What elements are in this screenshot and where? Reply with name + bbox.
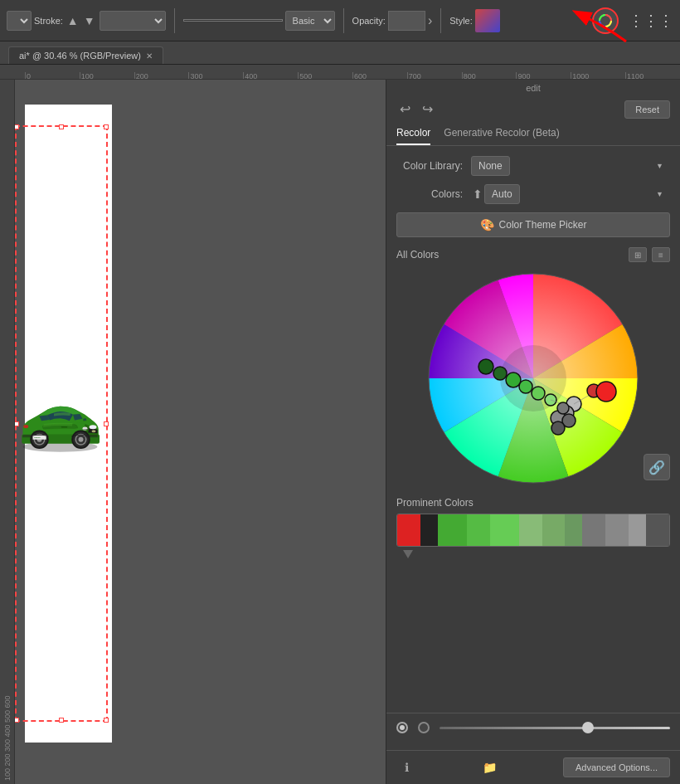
link-btn[interactable]: 🔗 (644, 454, 670, 480)
stroke-up[interactable]: ▲ (66, 14, 80, 27)
color-library-label: Color Library: (396, 160, 471, 172)
style-preview (475, 9, 500, 32)
right-panel: edit ↩ ↪ Reset Recolor Generative Recolo… (386, 80, 680, 784)
view-icons: ⊞ ≡ (629, 247, 670, 262)
panel-footer: ℹ 📁 Advanced Options... (386, 750, 680, 784)
svg-point-42 (596, 382, 616, 402)
svg-text:CHERY: CHERY (83, 427, 89, 429)
color-library-select[interactable]: None (471, 156, 510, 176)
stroke-select[interactable] (100, 11, 166, 31)
panel-edit-title: edit (386, 80, 680, 96)
svg-point-29 (506, 373, 521, 387)
opacity-input[interactable]: 100% (388, 11, 425, 31)
slider-row (396, 722, 670, 733)
folder-btn[interactable]: 📁 (479, 757, 499, 777)
link-icon-container: 🔗 (644, 454, 670, 480)
basic-select[interactable]: Basic (285, 11, 335, 31)
document-tab[interactable]: ai* @ 30.46 % (RGB/Preview) ✕ (8, 46, 163, 64)
panel-content: Color Library: None Colors: ⬆ Auto (386, 146, 680, 713)
vertical-ruler: 100 200 300 400 500 600 (0, 80, 15, 784)
tool-select[interactable] (7, 11, 32, 31)
color-wheel-section: 🔗 (396, 269, 670, 489)
radio-circle-1 (396, 722, 408, 733)
svg-point-37 (557, 402, 569, 414)
undo-btn[interactable]: ↩ (396, 100, 414, 119)
saturation-slider[interactable] (440, 727, 670, 729)
info-icon: ℹ (405, 761, 409, 774)
sep3 (440, 8, 441, 33)
ruler-600: 600 (352, 72, 407, 79)
color-theme-btn[interactable]: 🎨 Color Theme Picker (396, 212, 670, 237)
car-svg: CHERY TIGGO7 (17, 395, 104, 453)
ruler-700: 700 (407, 72, 462, 79)
svg-point-39 (551, 421, 565, 435)
dots-btn[interactable]: ⋮⋮⋮ (629, 12, 673, 30)
radio-circle-2 (418, 722, 430, 733)
info-btn[interactable]: ℹ (396, 757, 416, 777)
ruler-1000: 1000 (571, 72, 625, 79)
radio-option-2[interactable] (418, 722, 430, 733)
ruler-500: 500 (298, 72, 352, 79)
panel-actions: ↩ ↪ Reset (386, 96, 680, 122)
prominent-arrow (403, 550, 413, 558)
panel-tabs: Recolor Generative Recolor (Beta) (386, 122, 680, 146)
folder-icon: 📁 (483, 761, 497, 774)
svg-point-31 (532, 387, 545, 400)
vertical-ruler-marks: 100 200 300 400 500 600 (0, 80, 15, 784)
svg-point-15 (92, 430, 96, 432)
advanced-options-btn[interactable]: Advanced Options... (563, 757, 670, 777)
ruler-200: 200 (134, 72, 189, 79)
stroke-label: Stroke: (34, 16, 63, 26)
reset-btn[interactable]: Reset (624, 100, 670, 119)
svg-point-27 (478, 359, 493, 374)
tab-name: ai* @ 30.46 % (RGB/Preview) (19, 51, 141, 61)
color-library-select-wrap: None (471, 156, 670, 176)
opacity-arrow[interactable]: › (428, 13, 432, 28)
colors-row: Colors: ⬆ Auto (396, 184, 670, 204)
sep1 (174, 8, 175, 33)
style-label: Style: (449, 16, 473, 26)
ruler-800: 800 (462, 72, 517, 79)
svg-text:TIGGO7: TIGGO7 (34, 436, 41, 438)
stroke-down[interactable]: ▼ (82, 14, 97, 27)
main-area: CHERY TIGGO7 (0, 80, 680, 784)
svg-point-7 (79, 436, 84, 441)
ruler-900: 900 (516, 72, 571, 79)
prominent-colors-bar[interactable] (396, 514, 670, 547)
ruler: 0 100 200 300 400 500 600 700 800 900 10… (0, 65, 680, 80)
color-wheel-svg[interactable] (424, 269, 644, 489)
color-wheel-container (396, 269, 670, 489)
grid-view-btn[interactable]: ⊞ (629, 247, 647, 262)
radio-option-1[interactable] (396, 722, 408, 733)
panel-bottom (386, 713, 680, 750)
tab-recolor[interactable]: Recolor (396, 122, 430, 145)
svg-rect-22 (84, 418, 87, 420)
svg-point-28 (493, 367, 507, 380)
stroke-style-item: Basic (183, 11, 335, 31)
opacity-label: Opacity: (352, 16, 386, 26)
ruler-300: 300 (188, 72, 243, 79)
tab-bar: ai* @ 30.46 % (RGB/Preview) ✕ (0, 41, 680, 65)
colors-spinner-up[interactable]: ⬆ (471, 187, 484, 201)
colors-label: Colors: (396, 188, 471, 200)
stroke-preview (183, 19, 283, 22)
colors-select-wrap: Auto (484, 184, 670, 204)
sep2 (343, 8, 344, 33)
svg-rect-17 (61, 426, 68, 428)
redo-btn[interactable]: ↪ (419, 100, 436, 119)
ruler-100: 100 (80, 72, 134, 79)
colors-select[interactable]: Auto (484, 184, 520, 204)
svg-point-30 (519, 380, 532, 393)
close-icon[interactable]: ✕ (146, 51, 153, 61)
ruler-0: 0 (25, 72, 80, 79)
recolor-wheel-btn[interactable] (592, 7, 619, 34)
list-view-btn[interactable]: ≡ (652, 247, 670, 262)
tab-generative[interactable]: Generative Recolor (Beta) (444, 122, 559, 145)
svg-point-16 (23, 425, 28, 428)
all-colors-label: All Colors (396, 249, 439, 261)
opacity-item: Opacity: 100% › (352, 11, 433, 31)
slider-container (440, 727, 670, 729)
toolbar-left: Stroke: ▲ ▼ (7, 11, 166, 31)
style-item: Style: (449, 9, 500, 32)
car-illustration: CHERY TIGGO7 (17, 129, 104, 718)
